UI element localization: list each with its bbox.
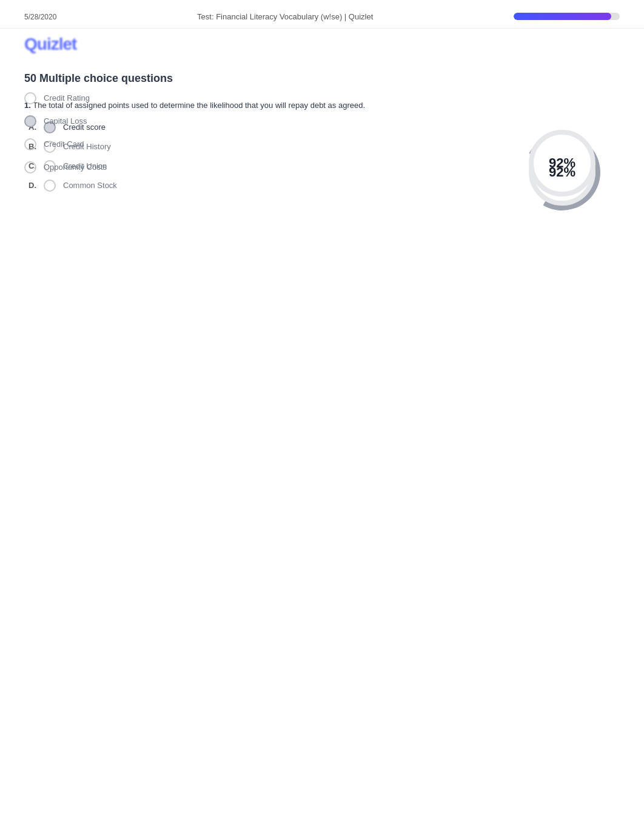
bottom-option-capital-loss[interactable]: Capital Loss	[24, 115, 107, 127]
logo-row: Quizlet	[0, 29, 644, 54]
bottom-text-credit-card: Credit Card	[44, 140, 84, 149]
progress-bar	[514, 13, 620, 20]
header-date: 5/28/2020	[24, 11, 56, 22]
quiz-header: 50 Multiple choice questions	[24, 72, 620, 85]
bottom-option-credit-card[interactable]: Credit Card	[24, 138, 107, 150]
bottom-option-opportunity-costs[interactable]: Opportunity Costs	[24, 161, 107, 173]
header-title: Test: Financial Literacy Vocabulary (w!s…	[197, 11, 373, 22]
bottom-bubble-credit-card	[24, 138, 36, 150]
header-right	[514, 13, 620, 20]
quiz-count: 50 Multiple choice questions	[24, 72, 173, 84]
bottom-text-opportunity-costs: Opportunity Costs	[44, 163, 107, 172]
bottom-text-capital-loss: Capital Loss	[44, 116, 87, 126]
bottom-bubble-opportunity-costs	[24, 161, 36, 173]
logo[interactable]: Quizlet	[24, 35, 620, 54]
bottom-score-text: 92%	[549, 155, 575, 171]
bottom-score-circle: 92%	[529, 130, 595, 197]
bottom-text-credit-rating: Credit Rating	[44, 93, 90, 103]
bottom-options-section: Credit Rating Capital Loss Credit Card O…	[24, 92, 107, 184]
bottom-bubble-capital-loss	[24, 115, 36, 127]
progress-bar-fill	[514, 13, 611, 20]
bottom-option-credit-rating[interactable]: Credit Rating	[24, 92, 107, 104]
bottom-bubble-credit-rating	[24, 92, 36, 104]
question-text-1: 1. The total of assigned points used to …	[24, 99, 620, 112]
answer-option-a[interactable]: A. Credit score	[24, 121, 620, 133]
header: 5/28/2020 Test: Financial Literacy Vocab…	[0, 0, 644, 29]
page-wrapper: 5/28/2020 Test: Financial Literacy Vocab…	[0, 0, 644, 233]
